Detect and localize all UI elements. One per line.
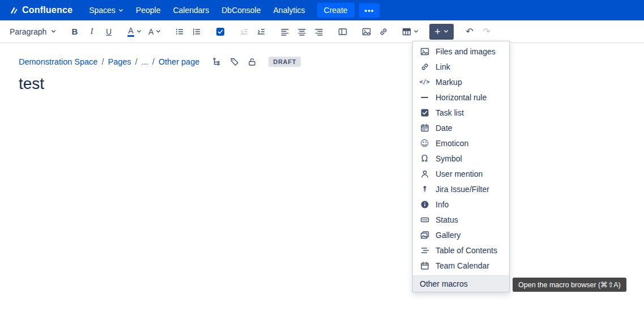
menu-item-markup[interactable]: </> Markup bbox=[413, 74, 509, 90]
nav-more-button[interactable]: ••• bbox=[359, 3, 380, 18]
menu-item-label: User mention bbox=[436, 169, 483, 178]
nav-item-label: Spaces bbox=[89, 6, 116, 15]
nav-item-spaces[interactable]: Spaces bbox=[83, 0, 130, 20]
more-formatting-icon: A bbox=[148, 27, 153, 36]
insert-content-menu: Files and images Link </> Markup Horizon… bbox=[412, 41, 510, 292]
menu-item-task-list[interactable]: Task list bbox=[413, 105, 509, 120]
menu-item-team-calendar[interactable]: Team Calendar bbox=[413, 258, 509, 273]
menu-item-label: Other macros bbox=[420, 279, 468, 288]
redo-button[interactable]: ↷ bbox=[479, 23, 494, 40]
macro-browser-tooltip: Open the macro browser (⌘⇧A) bbox=[513, 278, 626, 292]
markup-icon: </> bbox=[420, 79, 429, 85]
numbered-list-button[interactable] bbox=[189, 23, 204, 40]
confluence-home-link[interactable]: Confluence bbox=[9, 5, 72, 15]
nav-item-calendars[interactable]: Calendars bbox=[167, 0, 215, 20]
page-actions bbox=[212, 57, 257, 66]
menu-item-symbol[interactable]: Ω Symbol bbox=[413, 151, 509, 166]
horizontal-rule-icon bbox=[420, 97, 429, 98]
menu-item-label: Link bbox=[436, 62, 450, 71]
task-list-icon bbox=[420, 108, 429, 117]
chevron-down-icon bbox=[413, 29, 419, 34]
menu-item-label: Horizontal rule bbox=[436, 93, 487, 102]
table-icon bbox=[402, 27, 411, 36]
paragraph-style-select[interactable]: Paragraph bbox=[7, 23, 59, 40]
chevron-down-icon bbox=[51, 29, 56, 34]
task-checkbox-icon bbox=[216, 27, 225, 36]
align-center-button[interactable] bbox=[294, 23, 310, 40]
underline-button[interactable]: U bbox=[101, 23, 117, 40]
emoticon-icon: ☺ bbox=[420, 138, 429, 148]
menu-item-user-mention[interactable]: User mention bbox=[413, 166, 509, 181]
undo-button[interactable]: ↶ bbox=[462, 23, 477, 40]
outdent-button[interactable] bbox=[236, 23, 252, 40]
info-icon bbox=[420, 200, 429, 209]
breadcrumb-link-other-page[interactable]: Other page bbox=[159, 57, 200, 66]
team-calendar-icon bbox=[420, 261, 429, 270]
bold-button[interactable]: B bbox=[67, 23, 83, 40]
gallery-icon bbox=[420, 231, 429, 240]
menu-item-jira-issue-filter[interactable]: Jira Issue/Filter bbox=[413, 181, 509, 197]
text-color-button[interactable]: A bbox=[125, 23, 144, 40]
breadcrumb-link-pages[interactable]: Pages bbox=[108, 57, 131, 66]
page-layout-icon bbox=[338, 27, 347, 36]
menu-item-info[interactable]: Info bbox=[413, 197, 509, 212]
bullet-list-icon bbox=[175, 27, 184, 36]
link-icon bbox=[379, 27, 388, 36]
menu-item-label: Emoticon bbox=[436, 139, 468, 148]
symbol-omega-icon: Ω bbox=[420, 154, 429, 164]
restrictions-button[interactable] bbox=[248, 57, 257, 66]
menu-item-horizontal-rule[interactable]: Horizontal rule bbox=[413, 90, 509, 105]
menu-item-emoticon[interactable]: ☺ Emoticon bbox=[413, 135, 509, 151]
menu-item-other-macros[interactable]: Other macros bbox=[413, 275, 509, 292]
italic-button[interactable]: I bbox=[84, 23, 100, 40]
labels-button[interactable] bbox=[230, 57, 239, 66]
paragraph-style-label: Paragraph bbox=[10, 27, 46, 36]
menu-item-status[interactable]: Status bbox=[413, 212, 509, 227]
top-navigation: Confluence Spaces People Calendars DbCon… bbox=[0, 0, 644, 20]
breadcrumb-link-space[interactable]: Demonstration Space bbox=[19, 57, 97, 66]
menu-item-gallery[interactable]: Gallery bbox=[413, 227, 509, 242]
create-button[interactable]: Create bbox=[317, 3, 355, 18]
menu-item-link[interactable]: Link bbox=[413, 59, 509, 74]
align-left-button[interactable] bbox=[277, 23, 293, 40]
nav-item-dbconsole[interactable]: DbConsole bbox=[215, 0, 267, 20]
bullet-list-button[interactable] bbox=[172, 23, 187, 40]
task-list-button[interactable] bbox=[212, 23, 228, 40]
menu-item-label: Info bbox=[436, 200, 449, 209]
page-tree-button[interactable] bbox=[212, 57, 221, 66]
jira-icon bbox=[420, 185, 429, 194]
menu-item-label: Symbol bbox=[436, 154, 462, 163]
insert-more-content-button[interactable]: + bbox=[429, 24, 454, 40]
nav-item-people[interactable]: People bbox=[130, 0, 167, 20]
nav-item-analytics[interactable]: Analytics bbox=[267, 0, 312, 20]
menu-item-label: Team Calendar bbox=[436, 261, 489, 270]
insert-image-button[interactable] bbox=[359, 23, 374, 40]
menu-item-label: Jira Issue/Filter bbox=[436, 185, 489, 194]
menu-item-date[interactable]: Date bbox=[413, 120, 509, 135]
nav-item-label: Analytics bbox=[274, 6, 305, 15]
editor-toolbar: Paragraph B I U A A bbox=[0, 20, 644, 43]
draft-status-badge: DRAFT bbox=[268, 57, 301, 67]
menu-item-table-of-contents[interactable]: Table of Contents bbox=[413, 242, 509, 258]
page-layout-button[interactable] bbox=[335, 23, 351, 40]
insert-link-button[interactable] bbox=[376, 23, 391, 40]
insert-table-button[interactable] bbox=[399, 23, 421, 40]
nav-item-label: DbConsole bbox=[221, 6, 261, 15]
menu-item-label: Table of Contents bbox=[436, 246, 497, 255]
breadcrumb-ellipsis[interactable]: ... bbox=[142, 57, 148, 66]
menu-item-label: Markup bbox=[436, 78, 462, 87]
italic-icon: I bbox=[91, 27, 93, 36]
underline-icon: U bbox=[106, 27, 112, 36]
page-title-input[interactable]: test bbox=[19, 75, 44, 93]
redo-icon: ↷ bbox=[483, 26, 490, 37]
align-right-button[interactable] bbox=[311, 23, 327, 40]
text-color-icon: A bbox=[127, 27, 134, 37]
more-formatting-button[interactable]: A bbox=[146, 23, 164, 40]
indent-button[interactable] bbox=[253, 23, 269, 40]
menu-item-label: Gallery bbox=[436, 231, 460, 240]
menu-item-files-and-images[interactable]: Files and images bbox=[413, 44, 509, 59]
files-and-images-icon bbox=[420, 47, 429, 56]
menu-item-label: Files and images bbox=[436, 47, 496, 56]
image-icon bbox=[362, 27, 371, 36]
chevron-down-icon bbox=[118, 8, 123, 13]
